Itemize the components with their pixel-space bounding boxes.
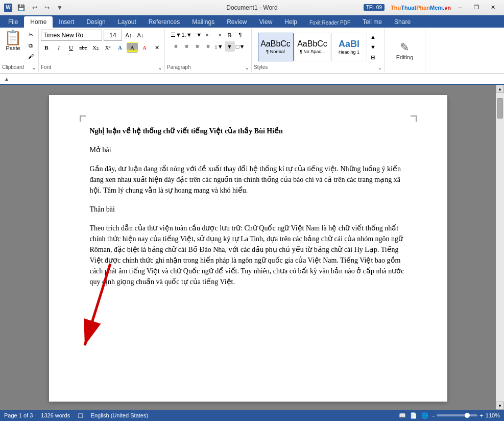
print-layout-button[interactable]: 📄 <box>410 412 417 419</box>
title-bar-right: TFL 09 ThuThuatPhanMem.vn ─ ❐ ✕ <box>364 3 500 13</box>
sort-button[interactable]: ⇅ <box>225 30 235 40</box>
zoom-slider[interactable] <box>437 414 477 416</box>
quick-save-button[interactable]: 💾 <box>15 3 27 12</box>
ribbon-tabs: File Home Insert Design Layout Reference… <box>0 15 504 28</box>
multilevel-button[interactable]: ≡▼ <box>193 30 203 40</box>
language: English (United States) <box>91 412 149 418</box>
format-painter-button[interactable]: 🖌 <box>25 51 36 61</box>
paragraph-group: ☰▼ 1.▼ ≡▼ ⇤ ⇥ ⇅ ¶ ≡ ≡ ≡ ≡ ↕▼ ▼ □▼ Paragr… <box>165 29 252 72</box>
undo-button[interactable]: ↩ <box>30 3 39 12</box>
styles-scroll-up[interactable]: ▲ <box>368 32 378 42</box>
styles-gallery-area: AaBbCc ¶ Normal AaBbCc ¶ No Spac... AaBl… <box>258 30 378 64</box>
align-center-button[interactable]: ≡ <box>182 41 192 52</box>
paragraph-launcher[interactable]: ⌄ <box>245 65 249 71</box>
bold-button[interactable]: B <box>41 42 52 53</box>
tab-home[interactable]: Home <box>24 16 53 28</box>
show-formatting-button[interactable]: ¶ <box>235 30 246 40</box>
zoom-thumb[interactable] <box>465 413 470 418</box>
tab-tellme[interactable]: Tell me <box>356 16 388 28</box>
minimize-button[interactable]: ─ <box>453 3 467 13</box>
superscript-button[interactable]: X² <box>102 42 113 53</box>
align-left-button[interactable]: ≡ <box>171 41 181 52</box>
styles-group: AaBbCc ¶ Normal AaBbCc ¶ No Spac... AaBl… <box>252 29 385 72</box>
style-no-spacing-preview: AaBbCc <box>297 40 327 48</box>
styles-label: Styles <box>254 64 268 71</box>
scroll-up-button[interactable]: ▲ <box>496 85 504 93</box>
shading-button[interactable]: ▼ <box>225 41 235 52</box>
tab-layout[interactable]: Layout <box>112 16 142 28</box>
italic-button[interactable]: I <box>53 42 64 53</box>
read-mode-button[interactable]: 📖 <box>399 412 406 419</box>
tfl-badge: TFL 09 <box>364 4 385 11</box>
increase-font-button[interactable]: A↑ <box>124 30 134 40</box>
scroll-thumb[interactable] <box>497 98 503 119</box>
font-size-input[interactable] <box>104 30 122 41</box>
clipboard-small-buttons: ✂ ⧉ 🖌 <box>25 30 36 61</box>
close-button[interactable]: ✕ <box>486 3 500 13</box>
decrease-font-button[interactable]: A↓ <box>135 30 146 40</box>
numbering-button[interactable]: 1.▼ <box>182 30 192 40</box>
copy-button[interactable]: ⧉ <box>25 40 36 51</box>
editing-text: Editing <box>396 54 414 60</box>
tab-file[interactable]: File <box>2 16 24 28</box>
increase-indent-button[interactable]: ⇥ <box>214 30 224 40</box>
collapse-ribbon-button[interactable]: ▲ <box>4 76 9 82</box>
clipboard-label: Clipboard <box>2 64 24 71</box>
text-effects-button[interactable]: A <box>114 42 126 53</box>
scroll-down-button[interactable]: ▼ <box>496 402 504 410</box>
font-color-button[interactable]: A <box>139 42 150 53</box>
subscript-button[interactable]: X₂ <box>90 42 101 53</box>
restore-button[interactable]: ❐ <box>469 3 484 13</box>
borders-button[interactable]: □▼ <box>235 41 246 52</box>
font-group: A↑ A↓ B I U abc X₂ X² A A A ✕ Font ⌄ <box>39 29 165 72</box>
vertical-scrollbar[interactable]: ▲ ▼ <box>496 85 504 410</box>
tab-view[interactable]: View <box>253 16 279 28</box>
customize-qat-button[interactable]: ▼ <box>55 3 65 12</box>
tab-references[interactable]: References <box>142 16 186 28</box>
style-heading1[interactable]: AaBl Heading 1 <box>331 33 367 61</box>
redo-button[interactable]: ↪ <box>42 3 52 12</box>
font-name-input[interactable] <box>41 30 102 41</box>
document-area: Nghị luận về hệ thống chữ viết tiếng Việ… <box>0 85 504 410</box>
zoom-in-button[interactable]: + <box>479 412 484 419</box>
font-controls: A↑ A↓ B I U abc X₂ X² A A A ✕ <box>41 30 162 64</box>
corner-mark-tr <box>411 115 417 122</box>
document-title: Nghị luận về hệ thống chữ viết tiếng Việ… <box>90 126 406 136</box>
strikethrough-button[interactable]: abc <box>78 42 89 53</box>
word-app-icon: W <box>4 4 12 12</box>
justify-button[interactable]: ≡ <box>203 41 213 52</box>
decrease-indent-button[interactable]: ⇤ <box>203 30 213 40</box>
zoom-out-button[interactable]: - <box>433 412 435 419</box>
tab-review[interactable]: Review <box>221 16 253 28</box>
scroll-track[interactable] <box>496 93 504 402</box>
font-name-row: A↑ A↓ <box>41 30 162 41</box>
style-no-spacing[interactable]: AaBbCc ¶ No Spac... <box>295 33 330 61</box>
document-scroll[interactable]: Nghị luận về hệ thống chữ viết tiếng Việ… <box>0 85 496 410</box>
editing-label-display: ✎ Editing <box>392 39 418 62</box>
tab-share[interactable]: Share <box>388 16 417 28</box>
tab-help[interactable]: Help <box>278 16 303 28</box>
tab-foxit[interactable]: Foxit Reader PDF <box>303 18 356 28</box>
cut-button[interactable]: ✂ <box>25 30 36 40</box>
tab-design[interactable]: Design <box>80 16 111 28</box>
font-launcher[interactable]: ⌄ <box>158 65 162 71</box>
bullets-button[interactable]: ☰▼ <box>171 30 181 40</box>
line-spacing-button[interactable]: ↕▼ <box>214 41 224 52</box>
tab-insert[interactable]: Insert <box>53 16 80 28</box>
styles-scroll-down[interactable]: ▼ <box>368 42 378 52</box>
web-layout-button[interactable]: 🌐 <box>421 412 428 419</box>
highlight-button[interactable]: A <box>127 42 138 53</box>
alignment-row: ≡ ≡ ≡ ≡ ↕▼ ▼ □▼ <box>171 41 246 52</box>
style-normal[interactable]: AaBbCc ¶ Normal <box>258 33 294 61</box>
clipboard-group: 📋 Paste ✂ ⧉ 🖌 Clipboard ⌄ <box>0 29 39 72</box>
styles-launcher[interactable]: ⌄ <box>378 65 382 71</box>
font-label: Font <box>41 64 51 71</box>
font-bottom: Font ⌄ <box>41 64 162 71</box>
underline-button[interactable]: U <box>65 42 77 53</box>
styles-expand[interactable]: ⊞ <box>368 52 378 62</box>
paste-button[interactable]: 📋 Paste <box>2 30 24 61</box>
tab-mailings[interactable]: Mailings <box>186 16 221 28</box>
clipboard-launcher[interactable]: ⌄ <box>32 65 36 71</box>
clear-format-button[interactable]: ✕ <box>151 42 162 53</box>
align-right-button[interactable]: ≡ <box>193 41 203 52</box>
